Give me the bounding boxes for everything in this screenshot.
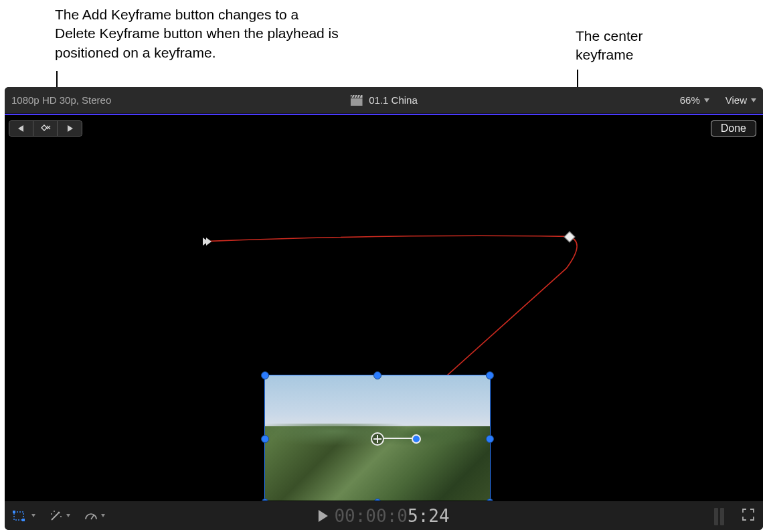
fullscreen-button[interactable] (742, 508, 755, 524)
viewer-window: 1080p HD 30p, Stereo 01.1 China 66% (5, 87, 763, 530)
svg-rect-15 (22, 519, 25, 521)
transform-handle-tr[interactable] (486, 371, 494, 379)
center-keyframe-marker[interactable] (564, 232, 576, 243)
transform-handle-ml[interactable] (261, 435, 269, 443)
view-dropdown[interactable]: View (725, 94, 756, 106)
viewer-area[interactable]: Done (5, 114, 763, 501)
enhance-tool-dropdown[interactable] (49, 509, 70, 523)
svg-line-16 (52, 513, 58, 520)
bottom-toolbar: 00:00:05:24 (5, 501, 763, 530)
svg-point-18 (54, 511, 55, 512)
playback-group: 00:00:05:24 (318, 506, 449, 526)
chevron-down-icon (751, 98, 756, 102)
callout-left: The Add Keyframe button changes to a Del… (55, 5, 343, 62)
clip-transform-box[interactable] (264, 375, 491, 503)
timecode-display: 00:00:05:24 (334, 506, 449, 526)
transform-tool-dropdown[interactable] (11, 509, 35, 523)
svg-marker-10 (68, 125, 73, 132)
transform-handle-mr[interactable] (486, 435, 494, 443)
svg-rect-0 (350, 98, 362, 106)
timecode-bright: 5:24 (408, 506, 450, 526)
clip-name: 01.1 China (369, 94, 418, 106)
path-start-marker[interactable] (201, 236, 212, 247)
svg-marker-7 (41, 125, 47, 130)
view-label: View (725, 94, 747, 106)
next-keyframe-button[interactable] (58, 121, 82, 136)
play-button[interactable] (318, 510, 327, 522)
clip-center-control[interactable] (371, 432, 384, 446)
chevron-down-icon (101, 514, 105, 517)
zoom-label: 66% (680, 94, 700, 106)
speedometer-icon (84, 509, 98, 523)
callout-right-2: keyframe (576, 46, 633, 64)
clip-title-group: 01.1 China (350, 94, 418, 106)
zoom-dropdown[interactable]: 66% (680, 94, 709, 106)
transform-handle-tl[interactable] (261, 371, 269, 379)
rotate-handle-line (383, 438, 415, 439)
svg-rect-14 (13, 511, 15, 513)
svg-line-21 (91, 515, 94, 519)
timecode-dim: 00:00:0 (334, 506, 408, 526)
svg-point-19 (60, 516, 62, 517)
rotate-handle-knob[interactable] (412, 434, 421, 444)
svg-marker-12 (206, 238, 211, 246)
chevron-down-icon (31, 514, 35, 517)
svg-rect-13 (14, 512, 23, 520)
retime-tool-dropdown[interactable] (84, 509, 105, 523)
callout-right-1: The center (576, 27, 643, 46)
chevron-down-icon (66, 514, 70, 517)
svg-point-20 (51, 513, 52, 515)
clapperboard-icon (350, 95, 362, 106)
transform-handle-tc[interactable] (373, 371, 381, 379)
audio-meter (714, 507, 724, 525)
crop-icon (11, 509, 29, 523)
prev-keyframe-button[interactable] (9, 121, 33, 136)
top-toolbar: 1080p HD 30p, Stereo 01.1 China 66% (5, 87, 763, 114)
wand-icon (49, 509, 64, 523)
svg-point-17 (58, 511, 60, 513)
done-button[interactable]: Done (711, 120, 756, 137)
svg-marker-6 (18, 125, 23, 132)
chevron-down-icon (704, 98, 709, 102)
delete-keyframe-button[interactable] (33, 121, 58, 136)
keyframe-nav-group (9, 120, 82, 137)
format-status: 1080p HD 30p, Stereo (11, 94, 111, 106)
